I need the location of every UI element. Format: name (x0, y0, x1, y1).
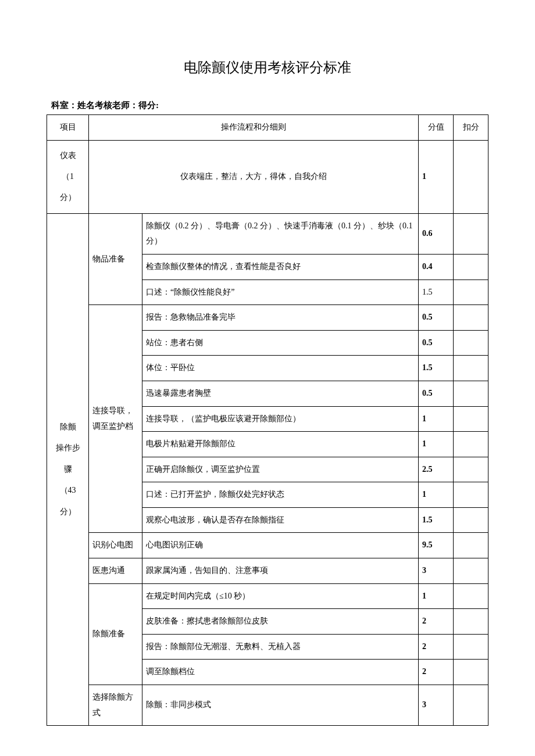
deduct-cell[interactable] (454, 305, 488, 331)
score-cell: 9.5 (419, 533, 454, 558)
header-score: 分值 (419, 115, 454, 141)
deduct-cell[interactable] (454, 140, 488, 213)
page-title: 电除颤仪使用考核评分标准 (47, 58, 488, 77)
project-cell-appearance: 仪表 （1 分） (47, 140, 89, 213)
detail-cell: 体位：平卧位 (142, 356, 419, 381)
deduct-cell[interactable] (454, 685, 488, 726)
deduct-cell[interactable] (454, 558, 488, 584)
score-cell: 2 (419, 609, 454, 635)
deduct-cell[interactable] (454, 213, 488, 254)
detail-cell: 正确开启除颤仪，调至监护位置 (142, 457, 419, 482)
score-cell: 0.6 (419, 213, 454, 254)
detail-cell: 调至除颤档位 (142, 660, 419, 685)
deduct-cell[interactable] (454, 381, 488, 406)
step-cell-defprep: 除颤准备 (89, 583, 142, 685)
deduct-cell[interactable] (454, 583, 488, 609)
detail-cell: 口述：“除颤仪性能良好” (142, 280, 419, 305)
detail-cell: 在规定时间内完成（≤10 秒） (142, 583, 419, 609)
header-detail: 操作流程和分细则 (89, 115, 419, 141)
score-cell: 1 (419, 140, 454, 213)
project-cell-defib: 除颤 操作步 骤 （43 分） (47, 213, 89, 725)
table-header-row: 项目 操作流程和分细则 分值 扣分 (47, 115, 488, 141)
detail-cell: 除颤：非同步模式 (142, 685, 419, 726)
deduct-cell[interactable] (454, 254, 488, 280)
detail-cell: 检查除颤仪整体的情况，查看性能是否良好 (142, 254, 419, 280)
detail-cell: 皮肤准备：擦拭患者除颤部位皮肤 (142, 609, 419, 635)
score-cell: 0.5 (419, 305, 454, 331)
table-row: 识别心电图 心电图识别正确 9.5 (47, 533, 488, 558)
score-cell: 2 (419, 660, 454, 685)
step-cell-lead: 连接导联，调至监护档 (89, 305, 142, 533)
detail-cell: 电极片粘贴避开除颤部位 (142, 432, 419, 457)
step-cell-ecg: 识别心电图 (89, 533, 142, 558)
table-row: 仪表 （1 分） 仪表端庄，整洁，大方，得体，自我介绍 1 (47, 140, 488, 213)
deduct-cell[interactable] (454, 457, 488, 482)
deduct-cell[interactable] (454, 280, 488, 305)
deduct-cell[interactable] (454, 533, 488, 558)
detail-cell: 仪表端庄，整洁，大方，得体，自我介绍 (89, 140, 419, 213)
detail-cell: 连接导联，（监护电极应该避开除颤部位） (142, 406, 419, 432)
score-cell: 1 (419, 482, 454, 508)
deduct-cell[interactable] (454, 507, 488, 533)
score-cell: 2.5 (419, 457, 454, 482)
detail-cell: 心电图识别正确 (142, 533, 419, 558)
detail-cell: 除颤仪（0.2 分）、导电膏（0.2 分）、快速手消毒液（0.1 分）、纱块（0… (142, 213, 419, 254)
score-cell: 0.4 (419, 254, 454, 280)
score-cell: 1 (419, 406, 454, 432)
score-cell: 2 (419, 634, 454, 660)
table-row: 连接导联，调至监护档 报告：急救物品准备完毕 0.5 (47, 305, 488, 331)
step-cell-prep: 物品准备 (89, 213, 142, 304)
table-row: 除颤 操作步 骤 （43 分） 物品准备 除颤仪（0.2 分）、导电膏（0.2 … (47, 213, 488, 254)
detail-cell: 报告：急救物品准备完毕 (142, 305, 419, 331)
deduct-cell[interactable] (454, 634, 488, 660)
score-cell: 1 (419, 432, 454, 457)
header-project: 项目 (47, 115, 89, 141)
deduct-cell[interactable] (454, 432, 488, 457)
deduct-cell[interactable] (454, 330, 488, 356)
score-cell: 0.5 (419, 381, 454, 406)
detail-cell: 迅速暴露患者胸壁 (142, 381, 419, 406)
deduct-cell[interactable] (454, 660, 488, 685)
table-row: 医患沟通 跟家属沟通，告知目的、注意事项 3 (47, 558, 488, 584)
subheader-line: 科室：姓名考核老师：得分: (51, 100, 488, 111)
header-deduct: 扣分 (454, 115, 488, 141)
step-cell-mode: 选择除颤方式 (89, 685, 142, 726)
table-row: 选择除颤方式 除颤：非同步模式 3 (47, 685, 488, 726)
table-row: 除颤准备 在规定时间内完成（≤10 秒） 1 (47, 583, 488, 609)
score-cell: 1.5 (419, 356, 454, 381)
deduct-cell[interactable] (454, 356, 488, 381)
score-cell: 1.5 (419, 280, 454, 305)
step-cell-comm: 医患沟通 (89, 558, 142, 584)
deduct-cell[interactable] (454, 482, 488, 508)
score-cell: 1.5 (419, 507, 454, 533)
score-cell: 1 (419, 583, 454, 609)
score-cell: 0.5 (419, 330, 454, 356)
detail-cell: 观察心电波形，确认是否存在除颤指征 (142, 507, 419, 533)
deduct-cell[interactable] (454, 609, 488, 635)
detail-cell: 口述：已打开监护，除颤仪处完好状态 (142, 482, 419, 508)
scoring-table: 项目 操作流程和分细则 分值 扣分 仪表 （1 分） 仪表端庄，整洁，大方，得体… (47, 114, 488, 726)
score-cell: 3 (419, 685, 454, 726)
detail-cell: 站位：患者右侧 (142, 330, 419, 356)
score-cell: 3 (419, 558, 454, 584)
deduct-cell[interactable] (454, 406, 488, 432)
detail-cell: 报告：除颤部位无潮湿、无敷料、无植入器 (142, 634, 419, 660)
detail-cell: 跟家属沟通，告知目的、注意事项 (142, 558, 419, 584)
